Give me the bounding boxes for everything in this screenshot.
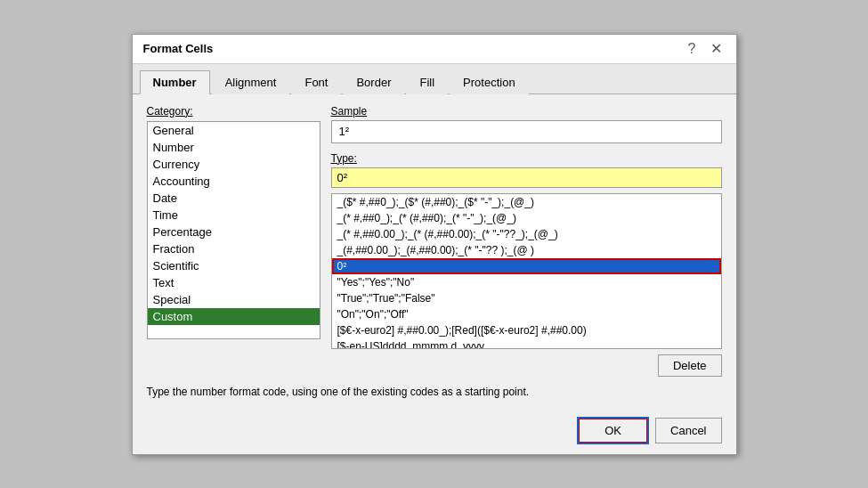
category-item[interactable]: Currency xyxy=(148,156,320,173)
category-item[interactable]: Text xyxy=(148,274,320,291)
delete-button[interactable]: Delete xyxy=(658,354,722,377)
format-list-item[interactable]: "True";"True";"False" xyxy=(332,290,721,306)
sample-label: Sample xyxy=(331,105,722,118)
main-content: Category: GeneralNumberCurrencyAccountin… xyxy=(133,94,736,409)
cancel-button[interactable]: Cancel xyxy=(655,418,721,443)
format-list: _($* #,##0_);_($* (#,##0);_($* "-"_);_(@… xyxy=(332,194,721,349)
format-list-item[interactable]: [$€-x-euro2] #,##0.00_);[Red]([$€-x-euro… xyxy=(332,322,721,338)
category-item[interactable]: Percentage xyxy=(148,224,320,240)
tab-protection[interactable]: Protection xyxy=(450,70,529,94)
format-list-item[interactable]: _($* #,##0_);_($* (#,##0);_($* "-"_);_(@… xyxy=(332,194,721,210)
format-list-item[interactable]: _(* #,##0.00_);_(* (#,##0.00);_(* "-"??_… xyxy=(332,226,721,242)
category-item[interactable]: Scientific xyxy=(148,257,320,274)
format-list-item[interactable]: "Yes";"Yes";"No" xyxy=(332,274,721,290)
category-item[interactable]: Fraction xyxy=(148,240,320,257)
category-item[interactable]: Time xyxy=(148,207,320,224)
category-item[interactable]: Date xyxy=(148,190,320,207)
tab-font[interactable]: Font xyxy=(291,70,341,94)
category-item[interactable]: Custom xyxy=(148,308,320,325)
format-list-item[interactable]: _(#,##0.00_);_(#,##0.00);_(* "-"?? );_(@… xyxy=(332,242,721,258)
delete-row: Delete xyxy=(331,354,722,377)
category-item[interactable]: Special xyxy=(148,291,320,308)
footer: OK Cancel xyxy=(133,409,736,454)
tab-bar: Number Alignment Font Border Fill Protec… xyxy=(133,64,736,94)
format-list-item[interactable]: [$-en-US]dddd, mmmm d, yyyy xyxy=(332,338,721,349)
format-cells-dialog: Format Cells ? ✕ Number Alignment Font B… xyxy=(132,34,737,455)
tab-alignment[interactable]: Alignment xyxy=(212,70,290,94)
format-list-item[interactable]: 0² xyxy=(332,258,721,274)
category-list: GeneralNumberCurrencyAccountingDateTimeP… xyxy=(147,121,320,339)
category-list-container: GeneralNumberCurrencyAccountingDateTimeP… xyxy=(147,121,320,339)
right-panel: Sample 1² Type: _($* #,##0_);_($* (#,##0… xyxy=(331,105,722,377)
type-input[interactable] xyxy=(331,167,722,188)
sample-section: Sample 1² xyxy=(331,105,722,143)
tab-number[interactable]: Number xyxy=(140,70,210,94)
type-label: Type: xyxy=(331,152,722,165)
sample-value: 1² xyxy=(331,120,722,143)
category-label: Category: xyxy=(147,105,320,118)
category-item[interactable]: Accounting xyxy=(148,173,320,190)
title-bar-controls: ? ✕ xyxy=(685,42,726,56)
ok-button[interactable]: OK xyxy=(578,418,648,443)
left-panel: Category: GeneralNumberCurrencyAccountin… xyxy=(147,105,320,377)
format-list-item[interactable]: _(* #,##0_);_(* (#,##0);_(* "-"_);_(@_) xyxy=(332,210,721,226)
dialog-title: Format Cells xyxy=(143,42,214,55)
type-input-wrap xyxy=(331,167,722,188)
type-section: Type: xyxy=(331,152,722,188)
category-item[interactable]: General xyxy=(148,122,320,139)
main-area: Category: GeneralNumberCurrencyAccountin… xyxy=(147,105,722,377)
help-button[interactable]: ? xyxy=(685,42,700,56)
title-bar: Format Cells ? ✕ xyxy=(133,35,736,64)
format-list-container: _($* #,##0_);_($* (#,##0);_($* "-"_);_(@… xyxy=(331,193,722,349)
format-list-item[interactable]: "On";"On";"Off" xyxy=(332,306,721,322)
close-button[interactable]: ✕ xyxy=(707,42,726,56)
hint-text: Type the number format code, using one o… xyxy=(147,386,722,398)
category-item[interactable]: Number xyxy=(148,139,320,156)
tab-fill[interactable]: Fill xyxy=(406,70,448,94)
tab-border[interactable]: Border xyxy=(343,70,404,94)
